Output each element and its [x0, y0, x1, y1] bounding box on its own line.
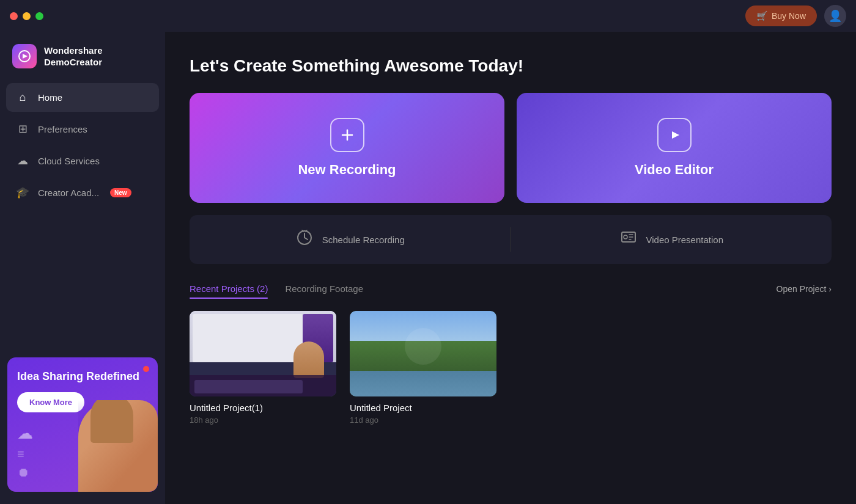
project-card-1[interactable]: Untitled Project(1) 18h ago [190, 311, 336, 425]
page-title: Let's Create Something Awesome Today! [190, 56, 832, 76]
sidebar-nav: ⌂ Home ⊞ Preferences ☁ Cloud Services 🎓 … [0, 83, 165, 348]
project-card-2[interactable]: Untitled Project 11d ago [350, 311, 496, 425]
river-water [350, 371, 496, 396]
promo-filter-icon: ≡ [17, 447, 24, 461]
promo-person [78, 400, 158, 492]
sidebar-item-preferences-label: Preferences [38, 124, 87, 134]
thumb-screen-1 [190, 311, 336, 396]
buy-now-button[interactable]: 🛒 Buy Now [745, 5, 817, 26]
open-project-label: Open Project [777, 284, 827, 294]
tab-recording-footage[interactable]: Recording Footage [285, 279, 363, 299]
video-presentation-tool[interactable]: Video Presentation [511, 215, 832, 264]
titlebar: 🛒 Buy Now 👤 [0, 0, 856, 32]
schedule-recording-label: Schedule Recording [322, 235, 405, 245]
person-face [293, 341, 324, 378]
video-presentation-label: Video Presentation [646, 235, 723, 245]
chevron-right-icon: › [828, 284, 832, 294]
user-avatar-button[interactable]: 👤 [824, 5, 846, 27]
buy-now-label: Buy Now [772, 11, 806, 21]
tab-recent-projects-label: Recent Projects (2) [190, 283, 268, 294]
preferences-icon: ⊞ [16, 122, 29, 136]
svg-point-10 [624, 235, 627, 239]
svg-marker-3 [672, 131, 679, 139]
close-button[interactable] [10, 12, 18, 20]
new-recording-icon [330, 118, 364, 152]
home-icon: ⌂ [16, 91, 29, 104]
titlebar-actions: 🛒 Buy Now 👤 [745, 5, 846, 27]
clock-icon [295, 228, 314, 250]
minimize-button[interactable] [23, 12, 31, 20]
logo-icon [12, 44, 37, 68]
new-badge: New [110, 188, 131, 197]
promo-title: Idea Sharing Redefined [17, 370, 148, 384]
user-icon: 👤 [828, 9, 842, 23]
projects-header: Recent Projects (2) Recording Footage Op… [190, 279, 832, 299]
tab-recording-footage-label: Recording Footage [285, 283, 363, 294]
tools-bar: Schedule Recording Video Presentation [190, 215, 832, 264]
project-thumbnail-2 [350, 311, 496, 396]
tabs: Recent Projects (2) Recording Footage [190, 279, 380, 299]
svg-line-6 [304, 238, 308, 239]
logo: WondershareDemoCreator [0, 32, 165, 83]
video-editor-icon [657, 118, 692, 152]
new-recording-label: New Recording [298, 162, 396, 178]
sidebar-promo: Idea Sharing Redefined Know More ☁ ≡ ⏺ [7, 357, 158, 492]
video-editor-label: Video Editor [635, 162, 714, 178]
sidebar-item-preferences[interactable]: ⊞ Preferences [6, 114, 159, 144]
sidebar-item-home-label: Home [38, 92, 62, 103]
academy-icon: 🎓 [16, 186, 29, 199]
schedule-recording-tool[interactable]: Schedule Recording [190, 215, 511, 264]
cloud-icon: ☁ [16, 154, 29, 167]
thumb-screen-2 [350, 311, 496, 396]
cart-icon: 🛒 [756, 10, 768, 21]
sidebar-item-creator-academy[interactable]: 🎓 Creator Acad... New [6, 178, 159, 207]
presentation-icon [619, 228, 638, 250]
sidebar-item-home[interactable]: ⌂ Home [6, 83, 159, 112]
know-more-button[interactable]: Know More [17, 392, 84, 412]
tab-recent-projects[interactable]: Recent Projects (2) [190, 279, 268, 299]
video-editor-card[interactable]: Video Editor [517, 93, 832, 203]
promo-rec-icon: ⏺ [17, 466, 29, 480]
open-project-link[interactable]: Open Project › [777, 284, 832, 294]
maximize-button[interactable] [35, 12, 43, 20]
sidebar-item-academy-label: Creator Acad... [38, 188, 99, 198]
hero-cards: New Recording Video Editor [190, 93, 832, 203]
sidebar-item-cloud-label: Cloud Services [38, 156, 100, 166]
project-time-2: 11d ago [350, 415, 496, 425]
project-name-1: Untitled Project(1) [190, 403, 336, 413]
new-recording-card[interactable]: New Recording [190, 93, 504, 203]
projects-grid: Untitled Project(1) 18h ago Untitled Pro… [190, 311, 832, 425]
project-name-2: Untitled Project [350, 403, 496, 413]
project-time-1: 18h ago [190, 415, 336, 425]
sidebar: WondershareDemoCreator ⌂ Home ⊞ Preferen… [0, 32, 165, 504]
project-thumbnail-1 [190, 311, 336, 396]
main-content: Let's Create Something Awesome Today! Ne… [165, 32, 856, 504]
promo-dot [143, 366, 149, 372]
promo-cloud-icon: ☁ [17, 424, 33, 443]
app-body: WondershareDemoCreator ⌂ Home ⊞ Preferen… [0, 32, 856, 504]
sidebar-item-cloud-services[interactable]: ☁ Cloud Services [6, 146, 159, 175]
window-controls [10, 12, 43, 20]
logo-text: WondershareDemoCreator [44, 45, 103, 68]
